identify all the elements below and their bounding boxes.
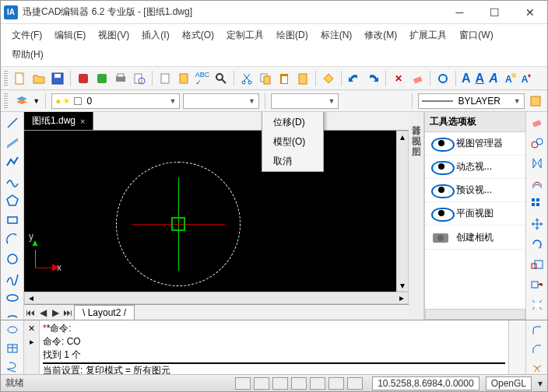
dropdown-arrow-icon[interactable]: ▼ <box>33 97 40 105</box>
line-icon[interactable] <box>4 115 21 131</box>
doc-icon[interactable] <box>156 70 174 87</box>
text-a3-icon[interactable]: A <box>487 72 500 86</box>
menu-ext[interactable]: 扩展工具 <box>403 26 453 45</box>
osnap-toggle[interactable] <box>310 377 325 390</box>
text-style-icon[interactable]: A <box>501 70 518 87</box>
lineweight-combo[interactable]: BYLAYER ▼ <box>418 93 524 109</box>
undo-icon[interactable] <box>346 70 363 87</box>
menu-draw[interactable]: 绘图(D) <box>270 26 314 45</box>
erase-icon[interactable] <box>409 70 426 87</box>
panel-item-dynview[interactable]: 动态视... <box>425 156 525 179</box>
lwt-toggle[interactable] <box>347 377 363 390</box>
doc-tab[interactable]: 图纸1.dwg × <box>24 112 93 130</box>
minimize-button[interactable]: ─ <box>442 2 477 23</box>
text-a5-icon[interactable]: A♦ <box>520 72 530 86</box>
ellipse-icon[interactable] <box>4 290 21 306</box>
mirror-icon[interactable] <box>529 156 546 171</box>
copy-icon[interactable] <box>257 70 274 87</box>
maximize-button[interactable]: ☐ <box>477 2 512 23</box>
layout-tab[interactable]: \ Layout2 / <box>74 305 135 320</box>
panel-item-preset[interactable]: 预设视... <box>425 179 525 202</box>
freehand-icon[interactable] <box>4 173 21 189</box>
menu-help[interactable]: 帮助(H) <box>5 45 50 65</box>
open-icon[interactable] <box>30 70 47 87</box>
print-preview-icon[interactable] <box>131 70 148 87</box>
polar-toggle[interactable] <box>291 377 307 390</box>
arc-icon[interactable] <box>4 232 21 247</box>
print-icon[interactable] <box>112 70 129 87</box>
find-icon[interactable] <box>175 70 192 87</box>
last-tab-icon[interactable]: ⏭ <box>61 307 74 318</box>
snap-toggle[interactable] <box>235 377 251 390</box>
props-icon[interactable] <box>528 93 544 110</box>
copy-tool-icon[interactable] <box>529 135 546 151</box>
grid-toggle[interactable] <box>254 377 269 390</box>
explode-icon[interactable] <box>529 361 546 375</box>
table-icon[interactable] <box>4 341 21 356</box>
menu-window[interactable]: 窗口(W) <box>453 26 499 45</box>
cmd-scroll[interactable] <box>508 320 525 374</box>
pdf-icon[interactable] <box>75 70 92 87</box>
close-button[interactable]: ✕ <box>512 2 547 23</box>
close-tab-icon[interactable]: × <box>80 117 85 126</box>
array-icon[interactable] <box>529 196 546 212</box>
scale-icon[interactable] <box>529 257 546 272</box>
first-tab-icon[interactable]: ⏮ <box>24 307 37 318</box>
delete-icon[interactable]: ✕ <box>390 70 407 87</box>
command-window[interactable]: **命令: 命令: CO 找到 1 个 当前设置: 复印模式 = 所有图元 指定… <box>40 320 508 374</box>
cmd-close-icon[interactable]: ✕ <box>28 324 35 334</box>
text-a1-icon[interactable]: A <box>460 72 472 86</box>
move-icon[interactable] <box>529 216 546 232</box>
menu-file[interactable]: 文件(F) <box>5 26 48 45</box>
fillet-icon[interactable] <box>529 324 546 338</box>
toolbar-grip-2[interactable] <box>4 93 8 109</box>
popup-item-displacement[interactable]: 位移(D) <box>262 113 323 132</box>
polyline-icon[interactable] <box>4 154 21 170</box>
extend-icon[interactable] <box>529 317 546 320</box>
linetype-combo[interactable]: ▼ <box>183 93 258 109</box>
cmd-pin-icon[interactable]: ▸ <box>30 337 34 347</box>
h-scrollbar[interactable]: ◂ ▸ <box>24 292 409 304</box>
rotate-icon[interactable] <box>529 236 546 252</box>
paste-icon[interactable] <box>276 70 293 87</box>
next-tab-icon[interactable]: ▶ <box>49 307 61 318</box>
spline-icon[interactable] <box>4 271 21 286</box>
ellipse-arc-icon[interactable] <box>4 310 21 320</box>
search-icon[interactable] <box>213 70 230 87</box>
trim-icon[interactable] <box>529 297 546 313</box>
text-a2-icon[interactable]: A <box>474 72 487 86</box>
helix-icon[interactable] <box>4 359 21 374</box>
regen-icon[interactable] <box>434 70 451 87</box>
menu-edit[interactable]: 编辑(E) <box>48 26 92 45</box>
panel-item-plan[interactable]: 平面视图 <box>425 202 525 226</box>
panel-item-camera[interactable]: 创建相机 <box>425 226 525 250</box>
panel-item-viewmgr[interactable]: 视图管理器 <box>425 132 525 156</box>
prev-tab-icon[interactable]: ◀ <box>37 307 49 318</box>
ortho-toggle[interactable] <box>272 377 288 390</box>
menu-insert[interactable]: 插入(I) <box>135 26 175 45</box>
chamfer-icon[interactable] <box>529 342 546 356</box>
spell-icon[interactable]: ABC✓ <box>194 70 211 87</box>
new-icon[interactable] <box>12 70 29 87</box>
toolbar-grip[interactable] <box>4 71 8 86</box>
popup-item-cancel[interactable]: 取消 <box>262 152 323 171</box>
menu-view[interactable]: 视图(V) <box>92 26 135 45</box>
menu-customtools[interactable]: 定制工具 <box>220 26 270 45</box>
polygon-icon[interactable] <box>4 193 21 208</box>
export-icon[interactable] <box>93 70 111 87</box>
menu-modify[interactable]: 修改(M) <box>358 26 403 45</box>
canvas[interactable]: ▲ ▶ y x <box>24 131 409 292</box>
menu-dim[interactable]: 标注(N) <box>314 26 359 45</box>
offset-icon[interactable] <box>529 176 546 191</box>
stretch-icon[interactable] <box>529 277 546 292</box>
region-icon[interactable] <box>4 322 21 338</box>
xline-icon[interactable] <box>4 135 21 150</box>
save-icon[interactable] <box>49 70 66 87</box>
popup-item-mode[interactable]: 模型(O) <box>262 132 323 152</box>
rectangle-icon[interactable] <box>4 212 21 228</box>
menu-format[interactable]: 格式(O) <box>176 26 220 45</box>
redo-icon[interactable] <box>364 70 381 87</box>
layer-combo[interactable]: ●☀ 0 ▼ <box>51 93 180 109</box>
status-menu-icon[interactable]: ▾ <box>538 378 543 389</box>
v-scrollbar[interactable]: ▴▾ <box>396 131 409 292</box>
